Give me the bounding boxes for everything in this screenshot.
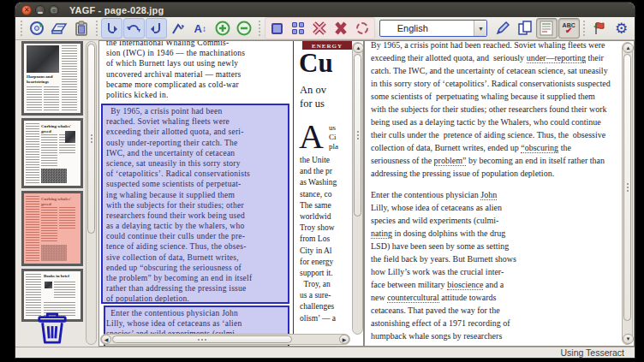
yagf-window: ✕ ▂ ▢ YAGF - page-028.jpg [15, 3, 635, 358]
copy-pages-icon [517, 21, 533, 36]
scan-vscroll-slider[interactable] [354, 54, 361, 217]
flag-icon [592, 21, 607, 36]
zoom-out-icon [236, 21, 252, 36]
delete-all-regions-button[interactable] [331, 18, 352, 39]
trash-icon [34, 312, 70, 344]
maximize-button[interactable]: ▢ [49, 5, 59, 15]
pencil-icon [495, 21, 510, 36]
ocr-paragraph-1: By 1965, a crisis point had been reached… [371, 40, 621, 180]
disc-icon [29, 21, 45, 36]
paste-image-button[interactable] [71, 18, 92, 39]
status-bar: Using Tesseract [15, 347, 635, 358]
window-title: YAGF - page-028.jpg [69, 5, 164, 15]
scroll-down-icon[interactable]: ▼ [623, 334, 634, 344]
clipboard-icon [75, 21, 88, 36]
rotate-180-icon [127, 21, 140, 35]
rotate-right-button[interactable] [146, 18, 167, 39]
zoom-in-icon [215, 21, 230, 36]
thumbnail-panel: Harpoons and heartstrings Curbing whales… [15, 40, 98, 347]
toolbar-separator [94, 21, 98, 36]
scroll-up-icon[interactable]: ▲ [353, 43, 364, 53]
window-buttons: ✕ ▂ ▢ [21, 5, 59, 15]
toolbar-handle [20, 21, 24, 36]
title-bar[interactable]: ✕ ▂ ▢ YAGF - page-028.jpg [15, 3, 635, 17]
ocr-scroll-slider[interactable] [623, 54, 631, 321]
delete-all-regions-icon [334, 21, 348, 35]
settings-button[interactable]: ⚙ [611, 18, 632, 39]
language-select[interactable]: English ▼ [379, 20, 488, 37]
selected-region-1[interactable] [101, 104, 289, 304]
select-region-icon [271, 23, 283, 34]
close-button[interactable]: ✕ [21, 5, 32, 15]
multi-region-icon [292, 22, 304, 34]
scroll-up-icon[interactable]: ▲ [623, 43, 634, 53]
delete-region-icon [312, 21, 327, 36]
scan-middle-column: ENERGY Cu An ov for us A us Ci pla the U… [298, 41, 353, 335]
delete-region-button[interactable] [309, 18, 331, 39]
thumbnail-page-3-selected[interactable]: Curbing whales' greed [21, 191, 83, 266]
spellcheck-icon: ABC✔ [563, 22, 575, 35]
scan-vertical-scrollbar[interactable]: ▲ [352, 42, 363, 335]
ocr-text[interactable]: By 1965, a crisis point had been reached… [371, 40, 621, 347]
desktop: ✕ ▂ ▢ YAGF - page-028.jpg [0, 0, 644, 362]
article-headline: Cu [299, 48, 333, 79]
column-divider [293, 41, 294, 335]
thumbnail-page-2[interactable]: Curbing whales' greed [21, 118, 83, 188]
scan-left-column: the International Whaling Commis-sion (I… [106, 40, 291, 100]
report-button[interactable] [589, 18, 611, 39]
status-message: Using Tesseract [560, 347, 624, 358]
open-image-button[interactable] [27, 18, 48, 39]
gear-icon: ⚙ [615, 21, 628, 36]
thumbnail-scrollbar-slider[interactable] [87, 44, 95, 234]
spellcheck-button[interactable]: ABC✔ [558, 18, 580, 39]
toolbar-separator [582, 21, 587, 36]
region-tools-group [265, 17, 375, 39]
chevron-down-icon[interactable]: ▼ [474, 21, 486, 36]
rotate-left-icon [105, 21, 119, 35]
thumbnail-list: Harpoons and heartstrings Curbing whales… [21, 41, 83, 324]
scroll-left-icon[interactable]: ◀ [101, 335, 111, 344]
recognize-page-icon [540, 21, 553, 36]
font-size-icon: A ↕ [194, 22, 206, 35]
rotate-180-button[interactable] [123, 18, 145, 39]
autoselect-regions-button[interactable] [288, 18, 309, 39]
copy-text-button[interactable] [514, 18, 535, 39]
trash-dropzone[interactable] [34, 312, 70, 344]
scan-hscroll-slider[interactable] [112, 335, 292, 343]
rotate-right-icon [149, 21, 163, 35]
thumbnail-page-1[interactable]: Harpoons and heartstrings [21, 41, 83, 116]
zoom-in-button[interactable] [212, 18, 233, 39]
ocr-scrollbar[interactable]: ▲ ▼ [622, 42, 633, 345]
scan-button[interactable] [49, 18, 70, 39]
drop-cap: A [299, 120, 324, 154]
font-settings-button[interactable]: A ↕ [189, 18, 211, 39]
scan-image-view[interactable]: the International Whaling Commis-sion (I… [98, 40, 364, 347]
thumbnail-scrollbar[interactable] [86, 41, 97, 345]
minimize-button[interactable]: ▂ [35, 5, 45, 15]
deskew-button[interactable] [168, 18, 189, 39]
dashed-circle-icon [356, 22, 368, 34]
language-value: English [380, 23, 474, 33]
scanner-icon [51, 21, 68, 35]
ocr-text-editor[interactable]: By 1965, a crisis point had been reached… [364, 40, 635, 347]
rotate-left-button[interactable] [101, 18, 122, 39]
scroll-right-icon[interactable]: ▶ [339, 335, 349, 344]
main-area: Harpoons and heartstrings Curbing whales… [15, 40, 635, 347]
toolbar-separator [258, 21, 262, 36]
ocr-paragraph-2: Enter the contentious physician JohnLill… [371, 188, 621, 347]
scan-horizontal-scrollbar[interactable]: ◀ ▶ [100, 334, 350, 345]
zoom-out-button[interactable] [234, 18, 255, 39]
toolbar: A ↕ English ▼ [15, 17, 635, 40]
deskew-arrow-icon [170, 21, 186, 35]
select-region-button[interactable] [266, 18, 288, 39]
edit-button[interactable] [492, 18, 513, 39]
selected-highlight [24, 193, 80, 264]
recognize-button[interactable] [536, 18, 558, 39]
clear-selection-button[interactable] [352, 18, 373, 39]
